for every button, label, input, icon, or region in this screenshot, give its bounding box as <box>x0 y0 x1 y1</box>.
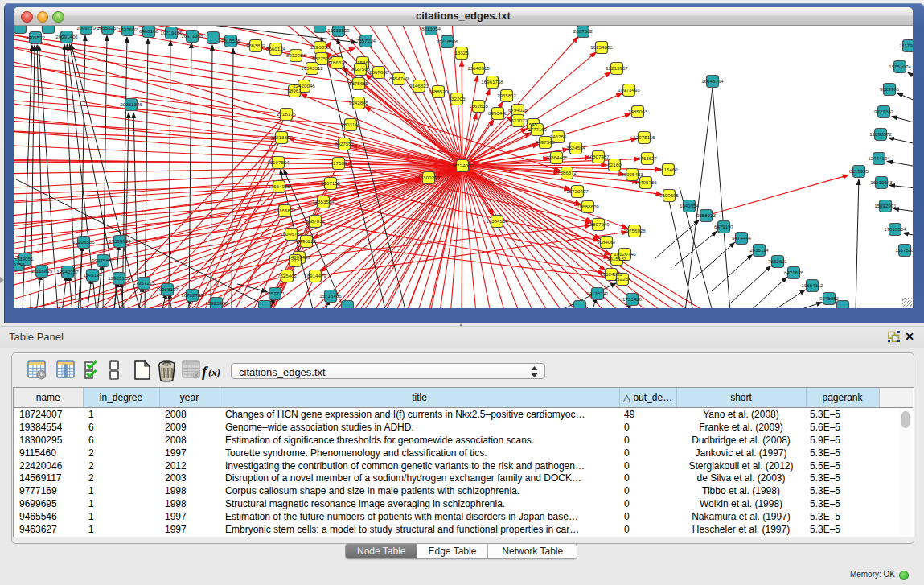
svg-text:3624554: 3624554 <box>566 145 586 150</box>
svg-text:8587832: 8587832 <box>306 218 326 224</box>
svg-text:832203: 832203 <box>449 96 466 101</box>
svg-text:17359924: 17359924 <box>109 238 131 244</box>
svg-text:2226058: 2226058 <box>310 44 331 50</box>
svg-text:2935114: 2935114 <box>749 247 769 253</box>
svg-text:9327508: 9327508 <box>351 66 371 72</box>
svg-text:1405572: 1405572 <box>26 35 46 40</box>
svg-text:20053346: 20053346 <box>120 101 142 107</box>
svg-text:12444194: 12444194 <box>868 155 890 161</box>
svg-text:2087682: 2087682 <box>573 28 593 34</box>
svg-text:417006: 417006 <box>331 160 347 166</box>
svg-text:9358923: 9358923 <box>696 212 717 218</box>
svg-text:9699695: 9699695 <box>659 192 680 198</box>
svg-text:9146821: 9146821 <box>409 83 429 89</box>
svg-text:1167533: 1167533 <box>895 247 913 253</box>
svg-text:9115460: 9115460 <box>659 167 678 172</box>
svg-text:20364436: 20364436 <box>545 154 568 160</box>
svg-text:15300203: 15300203 <box>417 175 440 180</box>
svg-text:7515525: 7515525 <box>221 38 241 43</box>
svg-text:6794028: 6794028 <box>508 107 528 113</box>
svg-text:1621072: 1621072 <box>508 117 528 123</box>
svg-text:8215955: 8215955 <box>849 168 869 174</box>
svg-text:8912954: 8912954 <box>286 52 306 58</box>
svg-text:1588520: 1588520 <box>429 89 449 94</box>
svg-text:15166827: 15166827 <box>273 208 296 213</box>
svg-text:7485063: 7485063 <box>628 109 648 114</box>
svg-text:15716485: 15716485 <box>319 293 342 299</box>
svg-text:11156829: 11156829 <box>31 268 53 274</box>
svg-text:10025433: 10025433 <box>621 171 643 177</box>
svg-text:2718176: 2718176 <box>277 111 297 117</box>
svg-text:10654112: 10654112 <box>801 282 823 288</box>
svg-text:7563822: 7563822 <box>246 43 266 48</box>
svg-text:1362615: 1362615 <box>469 103 489 109</box>
svg-text:99975887: 99975887 <box>92 257 114 263</box>
svg-text:16782759: 16782759 <box>181 292 203 298</box>
svg-text:9474444: 9474444 <box>732 235 752 241</box>
svg-text:7625402: 7625402 <box>277 273 298 278</box>
svg-text:10553257: 10553257 <box>97 26 119 31</box>
svg-text:18807249: 18807249 <box>587 221 610 227</box>
svg-text:1527602: 1527602 <box>118 27 138 32</box>
svg-text:1733426: 1733426 <box>622 296 643 302</box>
svg-text:8186328: 8186328 <box>327 60 347 65</box>
svg-text:14353594: 14353594 <box>312 199 335 204</box>
svg-text:8375685: 8375685 <box>349 80 369 86</box>
svg-text:17016504: 17016504 <box>884 226 906 232</box>
svg-text:18724007: 18724007 <box>451 163 474 168</box>
svg-text:10807487: 10807487 <box>587 154 610 159</box>
svg-text:12905135: 12905135 <box>108 275 130 281</box>
svg-text:7632621: 7632621 <box>768 258 788 264</box>
svg-text:1145194: 1145194 <box>83 272 102 278</box>
svg-text:6479197: 6479197 <box>714 224 734 229</box>
svg-text:6466160: 6466160 <box>139 28 159 34</box>
svg-text:1640954: 1640954 <box>680 203 700 208</box>
svg-text:10958107: 10958107 <box>156 286 179 292</box>
svg-text:3498222: 3498222 <box>297 238 317 244</box>
svg-text:19756928: 19756928 <box>623 228 646 233</box>
svg-text:7955812: 7955812 <box>497 93 517 98</box>
svg-text:8454749: 8454749 <box>389 76 409 81</box>
svg-text:8267150: 8267150 <box>321 180 341 186</box>
svg-text:12923468: 12923468 <box>205 300 228 306</box>
svg-text:f: f <box>202 363 208 380</box>
svg-text:20091406: 20091406 <box>55 34 78 39</box>
svg-text:10973493: 10973493 <box>618 87 640 93</box>
svg-text:1546: 1546 <box>357 60 368 65</box>
svg-text:8471676: 8471676 <box>784 270 804 275</box>
svg-text:2803144: 2803144 <box>341 122 361 127</box>
svg-text:9329966: 9329966 <box>880 86 900 92</box>
svg-text:17654925: 17654925 <box>268 183 290 189</box>
svg-text:8660124: 8660124 <box>266 46 286 51</box>
svg-text:8990448: 8990448 <box>488 110 508 116</box>
svg-text:12975115: 12975115 <box>633 134 655 140</box>
svg-text:19218506: 19218506 <box>436 39 458 44</box>
svg-text:19384554: 19384554 <box>486 218 508 224</box>
svg-text:9242845: 9242845 <box>349 100 369 105</box>
svg-text:12942737: 12942737 <box>56 269 79 274</box>
svg-text:2867608: 2867608 <box>369 69 389 75</box>
svg-text:13325: 13325 <box>454 50 469 56</box>
svg-text:98961: 98961 <box>287 88 302 93</box>
svg-text:7357224: 7357224 <box>356 38 376 43</box>
svg-text:16671355: 16671355 <box>181 33 203 39</box>
svg-text:39159: 39159 <box>14 262 25 267</box>
svg-text:16648764: 16648764 <box>701 78 724 84</box>
svg-text:13640910: 13640910 <box>467 65 490 71</box>
svg-text:9084067: 9084067 <box>597 239 617 245</box>
svg-text:1117934: 1117934 <box>899 43 913 48</box>
svg-text:16495756: 16495756 <box>634 179 657 185</box>
svg-text:9227342: 9227342 <box>874 109 894 114</box>
svg-text:15692971: 15692971 <box>874 203 897 208</box>
svg-text:16210643: 16210643 <box>870 179 893 185</box>
svg-text:9245052: 9245052 <box>819 295 840 301</box>
svg-text:16961758: 16961758 <box>481 79 503 84</box>
svg-text:17957225: 17957225 <box>133 280 155 286</box>
svg-text:6497568: 6497568 <box>536 139 556 145</box>
svg-text:15751074: 15751074 <box>889 64 911 69</box>
svg-text:10107554: 10107554 <box>267 159 290 165</box>
svg-text:16033809: 16033809 <box>327 27 350 33</box>
svg-text:12721: 12721 <box>288 257 302 263</box>
svg-text:62160: 62160 <box>607 162 622 167</box>
svg-text:746266: 746266 <box>550 134 567 139</box>
